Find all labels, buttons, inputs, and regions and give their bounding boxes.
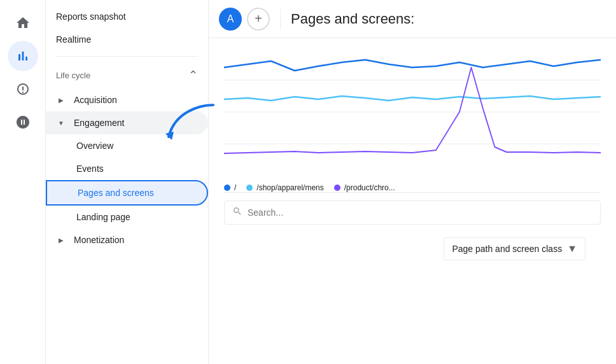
nav-realtime-label: Realtime <box>56 34 91 45</box>
chart-legend: / /shop/apparel/mens /product/chro... <box>224 183 601 192</box>
header-divider <box>280 9 281 29</box>
main-content: A + Pages and screens: 07 <box>209 0 616 364</box>
nav-reports-snapshot-label: Reports snapshot <box>56 11 126 22</box>
nav-pages-and-screens-label: Pages and screens <box>78 188 154 198</box>
search-icon <box>232 206 242 219</box>
nav-overview-label: Overview <box>76 141 113 151</box>
engagement-chevron-icon: ▼ <box>56 120 66 127</box>
avatar-letter: A <box>227 13 234 25</box>
legend-item-shop: /shop/apparel/mens <box>246 183 323 192</box>
legend-item-product: /product/chro... <box>334 183 395 192</box>
nav-monetization[interactable]: ▶ Monetization <box>46 228 208 251</box>
sidebar-icon-home[interactable] <box>8 8 38 38</box>
legend-dot-product <box>334 185 340 191</box>
sidebar-icon-insights[interactable] <box>8 74 38 104</box>
nav-realtime[interactable]: Realtime <box>46 28 208 51</box>
search-box[interactable] <box>224 200 601 225</box>
legend-dot-root <box>224 185 230 191</box>
nav-pages-and-screens[interactable]: Pages and screens <box>46 180 208 206</box>
nav-acquisition-label: Acquisition <box>74 95 117 105</box>
nav-landing-page[interactable]: Landing page <box>46 206 208 228</box>
lifecycle-label: Life cycle <box>56 71 90 80</box>
sidebar-icon-advertising[interactable] <box>8 107 38 137</box>
nav-sidebar: Reports snapshot Realtime Life cycle ⌃ ▶… <box>46 0 209 364</box>
add-report-button[interactable]: + <box>247 8 270 31</box>
lifecycle-section-header[interactable]: Life cycle ⌃ <box>46 62 208 88</box>
dropdown-arrow-icon: ▼ <box>567 243 577 255</box>
nav-events-label: Events <box>76 164 104 174</box>
legend-label-product: /product/chro... <box>344 183 395 192</box>
nav-acquisition[interactable]: ▶ Acquisition <box>46 88 208 111</box>
nav-landing-page-label: Landing page <box>76 212 130 222</box>
page-title: Pages and screens: <box>291 11 414 27</box>
nav-monetization-label: Monetization <box>74 235 124 245</box>
legend-item-root: / <box>224 183 236 192</box>
nav-separator-1 <box>56 56 198 57</box>
search-area <box>224 192 601 232</box>
chart-container: 07Apr 14 <box>224 48 601 176</box>
lifecycle-chevron-up-icon: ⌃ <box>188 68 198 82</box>
acquisition-chevron-icon: ▶ <box>56 97 66 104</box>
legend-label-shop: /shop/apparel/mens <box>256 183 323 192</box>
dropdown-label: Page path and screen class <box>452 244 562 254</box>
chart-area: 07Apr 14 / /shop/apparel/mens /product/c… <box>209 38 616 364</box>
search-input[interactable] <box>248 207 375 218</box>
nav-events[interactable]: Events <box>46 157 208 180</box>
nav-reports-snapshot[interactable]: Reports snapshot <box>46 5 208 28</box>
monetization-chevron-icon: ▶ <box>56 237 66 244</box>
nav-engagement-label: Engagement <box>74 118 124 128</box>
legend-dot-shop <box>246 185 253 191</box>
icon-sidebar <box>0 0 46 364</box>
dimension-dropdown[interactable]: Page path and screen class ▼ <box>444 237 585 260</box>
legend-label-root: / <box>234 183 236 192</box>
dropdown-area: Page path and screen class ▼ <box>224 232 601 265</box>
chart-svg <box>224 48 601 176</box>
sidebar-icon-analytics[interactable] <box>8 41 38 71</box>
add-icon: + <box>255 11 262 26</box>
header-bar: A + Pages and screens: <box>209 0 616 38</box>
nav-overview[interactable]: Overview <box>46 134 208 157</box>
avatar[interactable]: A <box>219 8 242 31</box>
nav-engagement[interactable]: ▼ Engagement <box>46 111 208 134</box>
